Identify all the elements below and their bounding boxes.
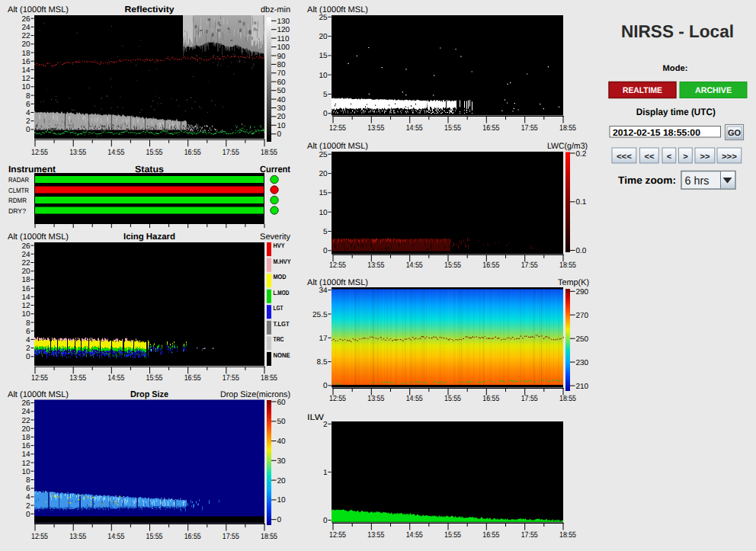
svg-text:14:55: 14:55 [406,261,423,270]
svg-text:17:55: 17:55 [223,373,239,383]
svg-text:20: 20 [277,113,287,121]
svg-text:6 hrs: 6 hrs [685,175,710,187]
svg-text:0.0: 0.0 [576,247,587,255]
svg-text:70: 70 [277,69,287,78]
svg-text:13:55: 13:55 [69,148,86,157]
svg-text:15: 15 [319,52,328,60]
svg-text:<: < [667,152,672,162]
svg-text:Status: Status [135,164,164,175]
svg-text:0: 0 [277,516,282,524]
svg-text:16:55: 16:55 [184,532,201,541]
svg-text:30: 30 [277,457,287,466]
svg-text:DRY?: DRY? [8,207,26,215]
svg-text:4: 4 [26,109,30,117]
svg-text:20: 20 [21,425,30,434]
svg-text:15:55: 15:55 [146,532,163,541]
svg-text:16:55: 16:55 [482,530,499,540]
svg-text:16:55: 16:55 [184,148,201,157]
svg-text:18:55: 18:55 [559,261,576,270]
svg-text:12: 12 [21,302,30,310]
svg-text:17:55: 17:55 [521,261,538,270]
svg-text:15:55: 15:55 [444,123,461,133]
svg-text:14: 14 [21,293,30,302]
svg-text:18: 18 [21,50,30,58]
svg-text:16:55: 16:55 [482,123,499,133]
svg-text:100: 100 [277,43,290,52]
svg-text:14:55: 14:55 [107,148,124,157]
svg-text:Icing Hazard: Icing Hazard [123,232,175,242]
svg-text:15:55: 15:55 [146,148,163,157]
svg-text:Alt (1000ft MSL): Alt (1000ft MSL) [8,232,69,242]
svg-text:13:55: 13:55 [69,373,86,383]
svg-text:5: 5 [323,228,328,236]
svg-text:25: 25 [319,14,328,22]
svg-text:2: 2 [26,502,30,511]
svg-text:10: 10 [277,496,287,505]
svg-text:10: 10 [21,310,30,319]
svg-text:20: 20 [319,33,328,41]
svg-text:8: 8 [26,476,30,485]
svg-text:>: > [683,152,688,162]
svg-text:Alt (1000ft MSL): Alt (1000ft MSL) [307,142,368,151]
svg-text:15:55: 15:55 [146,373,163,383]
svg-text:MOD: MOD [274,273,287,280]
svg-text:Alt (1000ft MSL): Alt (1000ft MSL) [8,390,69,399]
svg-text:20: 20 [319,170,328,178]
svg-text:4: 4 [26,493,30,501]
svg-text:Mode:: Mode: [663,64,688,73]
svg-text:10: 10 [319,72,328,80]
svg-text:Instrument: Instrument [8,164,56,175]
svg-text:Display time (UTC): Display time (UTC) [636,107,716,117]
svg-text:120: 120 [277,26,290,34]
svg-text:12: 12 [21,75,30,83]
svg-text:ARCHIVE: ARCHIVE [695,86,732,95]
svg-text:NONE: NONE [274,351,290,359]
svg-text:Temp(K): Temp(K) [558,278,589,287]
svg-text:60: 60 [277,399,287,407]
svg-text:Alt (1000ft MSL): Alt (1000ft MSL) [307,5,368,14]
svg-text:0.2: 0.2 [576,150,587,159]
svg-text:16: 16 [21,442,30,450]
svg-text:26: 26 [21,399,30,408]
svg-text:RDMR: RDMR [8,197,27,204]
svg-text:18: 18 [21,434,30,442]
svg-text:0: 0 [323,247,328,255]
svg-text:Alt (1000ft MSL): Alt (1000ft MSL) [307,278,368,287]
svg-text:60: 60 [277,78,287,87]
svg-text:18:55: 18:55 [261,532,277,541]
svg-text:26: 26 [21,242,30,251]
svg-text:2012-02-15 18:55:00: 2012-02-15 18:55:00 [613,127,700,138]
svg-text:Time zoom:: Time zoom: [618,175,676,186]
svg-text:Alt (1000ft MSL): Alt (1000ft MSL) [8,5,69,14]
svg-text:2: 2 [323,421,328,429]
svg-text:4: 4 [26,336,30,344]
svg-text:0: 0 [26,126,30,134]
svg-text:T.LGT: T.LGT [274,320,290,328]
svg-text:0: 0 [277,130,282,139]
svg-text:CLMTR: CLMTR [8,187,29,194]
svg-text:13:55: 13:55 [367,123,384,133]
svg-text:24: 24 [21,251,30,259]
svg-text:24: 24 [21,24,30,32]
svg-text:50: 50 [277,418,287,426]
svg-text:15:55: 15:55 [444,530,461,540]
svg-text:17:55: 17:55 [223,148,239,157]
svg-text:12:55: 12:55 [329,530,346,540]
svg-text:12:55: 12:55 [31,373,48,383]
svg-text:10: 10 [319,209,328,217]
svg-text:LGT: LGT [274,304,284,312]
svg-text:22: 22 [21,259,30,267]
svg-text:M.HVY: M.HVY [274,258,291,265]
svg-text:Severity: Severity [260,232,290,242]
svg-text:>>>: >>> [722,152,737,162]
svg-text:18:55: 18:55 [261,373,277,383]
svg-text:20: 20 [277,477,287,485]
svg-text:14:55: 14:55 [406,530,423,540]
svg-text:13:55: 13:55 [69,532,86,541]
svg-text:17: 17 [319,335,328,343]
svg-text:110: 110 [277,35,290,43]
svg-text:0: 0 [323,382,328,390]
svg-text:18:55: 18:55 [261,148,277,157]
svg-text:50: 50 [277,87,287,95]
svg-text:18:55: 18:55 [559,530,576,540]
